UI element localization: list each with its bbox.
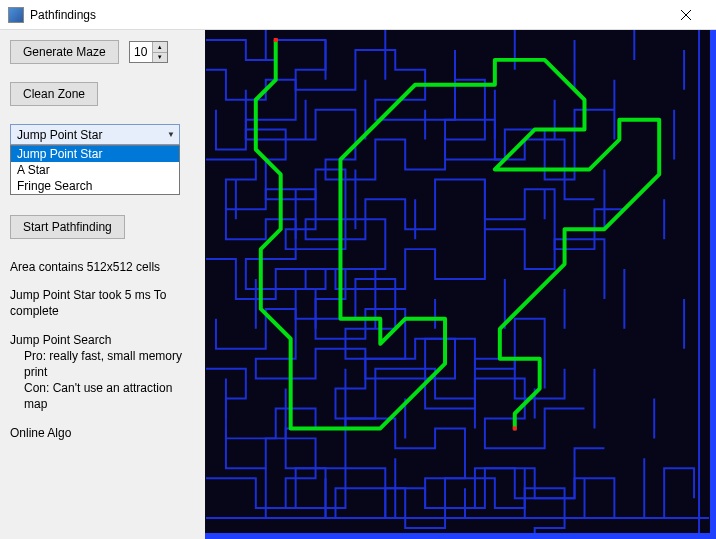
close-button[interactable]	[663, 1, 708, 29]
dropdown-option[interactable]: Jump Point Star	[11, 146, 179, 162]
algo-con: Con: Can't use an attraction map	[10, 380, 195, 412]
svg-rect-0	[206, 30, 709, 533]
control-panel: Generate Maze ▲ ▼ Clean Zone Jump Point …	[0, 30, 205, 539]
timing-info: Jump Point Star took 5 ms To complete	[10, 287, 195, 319]
area-info: Area contains 512x512 cells	[10, 259, 195, 275]
window-title: Pathfindings	[30, 8, 96, 22]
size-spinner[interactable]: ▲ ▼	[129, 41, 168, 63]
algorithm-combobox[interactable]: Jump Point Star ▼	[10, 124, 180, 145]
svg-rect-2	[513, 426, 517, 430]
algorithm-dropdown: Jump Point Star A Star Fringe Search	[10, 145, 180, 195]
spinner-up[interactable]: ▲	[152, 42, 167, 53]
algo-pro: Pro: really fast, small memory print	[10, 348, 195, 380]
maze-svg	[205, 30, 710, 533]
start-pathfinding-button[interactable]: Start Pathfinding	[10, 215, 125, 239]
spinner-input[interactable]	[130, 42, 152, 62]
generate-maze-button[interactable]: Generate Maze	[10, 40, 119, 64]
online-algo: Online Algo	[10, 425, 195, 441]
svg-rect-1	[274, 38, 278, 42]
combobox-selected: Jump Point Star	[17, 128, 102, 142]
algo-name: Jump Point Search	[10, 332, 195, 348]
app-icon	[8, 7, 24, 23]
dropdown-option[interactable]: Fringe Search	[11, 178, 179, 194]
maze-canvas	[205, 30, 716, 539]
chevron-down-icon: ▼	[167, 130, 175, 139]
dropdown-option[interactable]: A Star	[11, 162, 179, 178]
clean-zone-button[interactable]: Clean Zone	[10, 82, 98, 106]
titlebar: Pathfindings	[0, 0, 716, 30]
spinner-down[interactable]: ▼	[152, 53, 167, 63]
